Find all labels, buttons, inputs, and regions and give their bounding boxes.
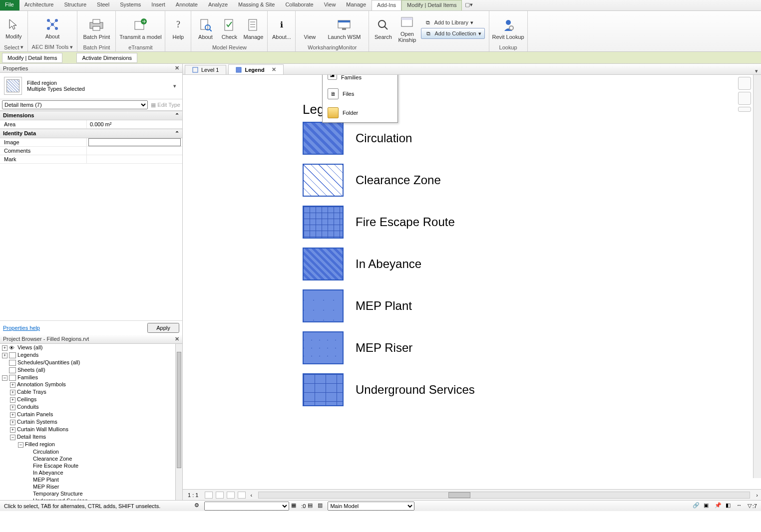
workset-select[interactable] <box>204 502 289 511</box>
modify-button[interactable]: Modify <box>2 12 24 43</box>
prop-image-value[interactable] <box>89 139 180 146</box>
check-button[interactable]: Check <box>217 13 241 44</box>
tree-leaf[interactable]: Underground Services <box>33 498 87 500</box>
doc-tab-legend[interactable]: Legend ✕ <box>228 64 283 74</box>
collapse-icon[interactable]: − <box>18 442 23 448</box>
prop-group-dimensions[interactable]: Dimensions⌃ <box>0 111 182 120</box>
nav-tool-icon[interactable] <box>738 92 751 105</box>
close-icon[interactable]: ✕ <box>175 65 179 71</box>
chevron-down-icon[interactable]: ▾ <box>20 44 23 50</box>
collapse-icon[interactable]: − <box>2 375 7 381</box>
tree-item[interactable]: Cable Trays <box>17 389 46 395</box>
legend-swatch[interactable] <box>303 289 344 322</box>
tab-systems[interactable]: Systems <box>115 0 146 10</box>
about-button[interactable]: About <box>193 13 217 44</box>
legend-row[interactable]: MEP Riser <box>303 331 412 364</box>
tab-steel[interactable]: Steel <box>92 0 115 10</box>
tree-schedules[interactable]: Schedules/Quantities (all) <box>17 359 80 365</box>
legend-swatch[interactable] <box>303 122 344 155</box>
tab-architecture[interactable]: Architecture <box>19 0 59 10</box>
tree-legends[interactable]: Legends <box>17 352 38 358</box>
prop-mark-value[interactable] <box>87 155 182 163</box>
select-face-icon[interactable]: ◧ <box>726 502 734 510</box>
prop-area-value[interactable]: 0.000 m² <box>87 120 182 128</box>
tree-item[interactable]: Curtain Systems <box>17 419 57 425</box>
type-selector[interactable]: Filled region Multiple Types Selected ▾ <box>0 73 182 99</box>
crop-icon[interactable] <box>238 492 246 499</box>
menu-folder[interactable]: Folder <box>323 103 397 122</box>
tree-sheets[interactable]: Sheets (all) <box>17 367 45 373</box>
close-tab-icon[interactable]: ✕ <box>272 66 276 73</box>
category-select[interactable]: Detail Items (7) <box>2 100 148 109</box>
tree-item[interactable]: Ceilings <box>17 396 36 402</box>
editable-only-icon[interactable]: ▦ <box>291 502 299 510</box>
tree-item[interactable]: Conduits <box>17 404 38 410</box>
chevron-left-icon[interactable]: ‹ <box>247 492 255 498</box>
legend-swatch[interactable] <box>303 373 344 406</box>
tree-leaf[interactable]: In Abeyance <box>33 470 63 476</box>
menu-current-model-families[interactable]: ◪Current Model's Families <box>323 75 397 84</box>
aec-about-button[interactable]: About <box>35 12 69 43</box>
scrollbar-vertical[interactable] <box>753 75 761 478</box>
legend-swatch[interactable] <box>303 248 344 280</box>
doc-tab-level1[interactable]: Level 1 <box>185 65 226 74</box>
detail-level-icon[interactable] <box>205 492 213 499</box>
tab-analyze[interactable]: Analyze <box>203 0 233 10</box>
legend-swatch[interactable] <box>303 164 344 197</box>
open-kinship-button[interactable]: Open Kinship <box>395 13 419 44</box>
workset-icon[interactable]: ⚙ <box>194 502 202 510</box>
tab-play-icon[interactable]: ▢▾ <box>462 0 476 10</box>
scrollbar-vertical[interactable] <box>175 344 182 501</box>
tab-overflow-icon[interactable]: ▾ <box>752 68 761 74</box>
collapse-icon[interactable]: ⌃ <box>175 130 179 137</box>
expand-icon[interactable]: + <box>10 405 15 410</box>
expand-icon[interactable]: + <box>10 382 15 388</box>
expand-icon[interactable]: + <box>10 420 15 425</box>
search-button[interactable]: Search <box>371 13 395 44</box>
project-browser-tree[interactable]: +👁Views (all) +Legends Schedules/Quantit… <box>0 344 175 501</box>
apply-button[interactable]: Apply <box>147 323 179 333</box>
tab-structure[interactable]: Structure <box>59 0 92 10</box>
batch-print-button[interactable]: Batch Print <box>79 13 113 44</box>
close-icon[interactable]: ✕ <box>175 336 179 342</box>
edit-type-button[interactable]: ▦ Edit Type <box>151 102 180 108</box>
chevron-down-icon[interactable]: ▾ <box>171 83 178 89</box>
legend-row[interactable]: In Abeyance <box>303 248 421 280</box>
add-to-library-button[interactable]: ⧉ Add to Library ▾ <box>421 17 484 27</box>
tree-leaf[interactable]: Clearance Zone <box>33 456 72 462</box>
navwheel-icon[interactable] <box>738 77 751 90</box>
tab-modify-detail-items[interactable]: Modify | Detail Items <box>401 0 462 10</box>
expand-icon[interactable]: + <box>2 353 7 358</box>
tree-leaf[interactable]: MEP Plant <box>33 477 59 483</box>
prop-group-identity[interactable]: Identity Data⌃ <box>0 129 182 138</box>
add-to-collection-button[interactable]: ⧉ Add to Collection ▾ <box>421 28 484 39</box>
transmit-model-button[interactable]: Transmit a model <box>118 13 163 44</box>
design-options-icon[interactable]: ▤ <box>308 502 316 510</box>
legend-row[interactable]: Fire Escape Route <box>303 206 455 239</box>
properties-help-link[interactable]: Properties help <box>3 325 40 331</box>
filter-button[interactable]: ▽:7 <box>748 503 757 509</box>
expand-icon[interactable]: + <box>10 412 15 418</box>
scrollbar-horizontal[interactable] <box>258 492 750 499</box>
design-options-icon2[interactable]: ▥ <box>318 502 326 510</box>
visual-style-icon[interactable] <box>216 492 224 499</box>
chevron-down-icon[interactable]: ▾ <box>70 44 73 50</box>
expand-icon[interactable]: + <box>10 427 15 433</box>
expand-icon[interactable]: + <box>10 390 15 395</box>
menu-files[interactable]: 🗎Files <box>323 84 397 103</box>
tab-collaborate[interactable]: Collaborate <box>280 0 319 10</box>
activate-dimensions-button[interactable]: Activate Dimensions <box>76 53 137 63</box>
revit-lookup-button[interactable]: Revit Lookup <box>491 13 525 44</box>
help-button[interactable]: ? Help <box>166 13 190 44</box>
expand-icon[interactable]: + <box>2 345 7 351</box>
chevron-right-icon[interactable]: › <box>753 492 761 498</box>
drawing-canvas[interactable]: Legend: CirculationClearance ZoneFire Es… <box>183 75 761 489</box>
design-option-select[interactable]: Main Model <box>328 502 414 511</box>
tree-item[interactable]: Curtain Panels <box>17 411 53 417</box>
about-dots-button[interactable]: ℹ About... <box>270 13 294 44</box>
tab-massing-site[interactable]: Massing & Site <box>233 0 280 10</box>
drag-elements-icon[interactable]: ↔ <box>737 502 745 510</box>
tree-views[interactable]: Views (all) <box>17 344 43 350</box>
tree-families[interactable]: Families <box>17 374 38 380</box>
tree-item[interactable]: Annotation Symbols <box>17 381 66 387</box>
